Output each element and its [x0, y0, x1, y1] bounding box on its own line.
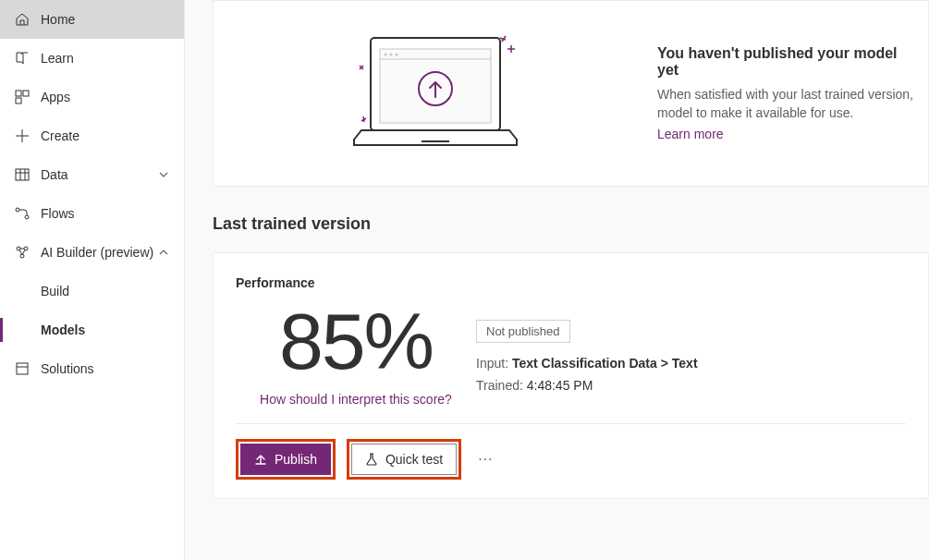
performance-score: 85% [236, 301, 476, 381]
publish-button[interactable]: Publish [240, 444, 331, 475]
svg-point-14 [396, 54, 398, 56]
interpret-score-link[interactable]: How should I interpret this score? [260, 392, 452, 407]
sidebar-item-label: AI Builder (preview) [41, 245, 153, 260]
sidebar-item-label: Data [41, 167, 68, 182]
solutions-icon [15, 361, 30, 376]
learn-more-link[interactable]: Learn more [657, 127, 724, 141]
flask-icon [365, 453, 378, 466]
more-actions-button[interactable]: ··· [472, 451, 498, 468]
svg-rect-2 [16, 98, 21, 103]
data-icon [15, 167, 30, 182]
sidebar-item-label: Home [41, 12, 75, 27]
svg-point-12 [385, 54, 387, 56]
status-badge: Not published [476, 320, 570, 343]
home-icon [15, 12, 30, 27]
svg-point-13 [390, 54, 393, 56]
publish-illustration [214, 29, 657, 158]
sidebar-item-label: Learn [41, 51, 74, 66]
book-icon [15, 51, 30, 66]
sidebar-item-solutions[interactable]: Solutions [0, 349, 184, 388]
publish-title: You haven't published your model yet [657, 45, 919, 79]
svg-point-5 [25, 215, 29, 219]
performance-card: Performance 85% How should I interpret t… [213, 252, 929, 499]
sidebar-item-label: Models [41, 323, 85, 337]
highlight-publish: Publish [236, 439, 336, 480]
svg-point-4 [16, 208, 19, 212]
sidebar-item-apps[interactable]: Apps [0, 78, 184, 116]
sidebar-item-label: Build [41, 284, 69, 298]
sidebar-item-learn[interactable]: Learn [0, 39, 184, 78]
main-content: You haven't published your model yet Whe… [185, 0, 929, 560]
trained-line: Trained: 4:48:45 PM [476, 378, 906, 393]
highlight-quick-test: Quick test [347, 439, 461, 480]
sidebar-item-data[interactable]: Data [0, 155, 184, 194]
quick-test-button[interactable]: Quick test [351, 444, 457, 475]
sidebar-item-label: Apps [41, 90, 70, 104]
chevron-up-icon [158, 247, 169, 258]
upload-icon [254, 453, 267, 466]
section-title: Last trained version [213, 214, 929, 234]
input-line: Input: Text Classification Data > Text [476, 356, 906, 371]
sidebar-item-models[interactable]: Models [0, 310, 184, 349]
publish-body: When satisfied with your last trained ve… [657, 86, 919, 122]
sidebar-item-label: Solutions [41, 361, 94, 376]
sidebar-item-flows[interactable]: Flows [0, 194, 184, 233]
sidebar-item-ai-builder[interactable]: AI Builder (preview) [0, 233, 184, 272]
svg-rect-1 [23, 91, 29, 96]
plus-icon [15, 128, 30, 143]
svg-rect-3 [16, 169, 29, 180]
svg-rect-9 [17, 363, 28, 374]
apps-icon [15, 90, 30, 104]
sidebar-item-label: Flows [41, 206, 75, 221]
sidebar-item-home[interactable]: Home [0, 0, 184, 39]
performance-heading: Performance [236, 275, 906, 290]
flows-icon [15, 206, 30, 221]
ai-builder-icon [15, 245, 30, 260]
sidebar-item-build[interactable]: Build [0, 272, 184, 310]
svg-rect-0 [16, 91, 21, 96]
actions-row: Publish Quick test ··· [236, 423, 906, 480]
sidebar-item-create[interactable]: Create [0, 116, 184, 155]
sidebar-item-label: Create [41, 128, 79, 143]
chevron-down-icon [158, 169, 169, 180]
sidebar: Home Learn Apps Create Data Flows [0, 0, 185, 560]
publish-notice-card: You haven't published your model yet Whe… [213, 0, 929, 187]
